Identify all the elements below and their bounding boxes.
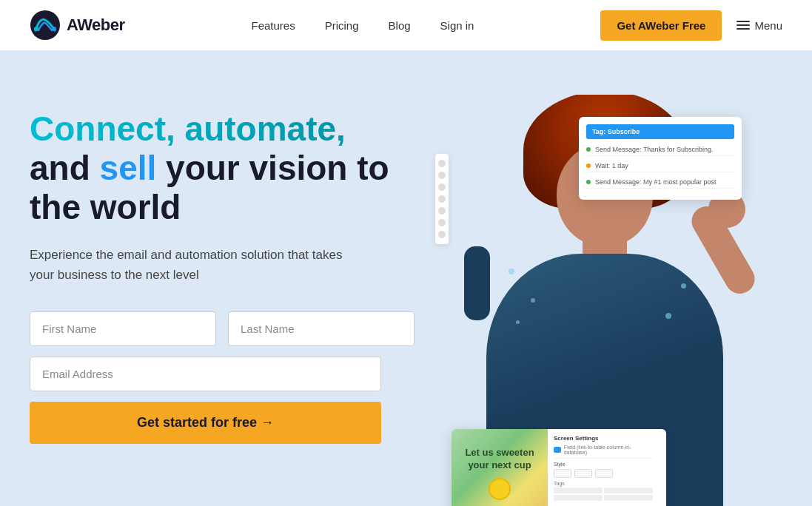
header-actions: Get AWeber Free Menu	[600, 10, 782, 41]
ui-color-blue	[554, 447, 561, 453]
svg-point-0	[30, 10, 60, 40]
ui-card-bar: Tag: Subscribe	[586, 124, 734, 139]
last-name-input[interactable]	[228, 311, 415, 346]
nav-features[interactable]: Features	[251, 19, 295, 32]
left-panel: Connect, automate, and sell your vision …	[30, 95, 415, 444]
ui-automation-card: Tag: Subscribe Send Message: Thanks for …	[579, 117, 742, 200]
ui-row-2-label: Wait: 1 day	[595, 162, 628, 169]
email-field-wrapper	[30, 357, 415, 391]
ui-email-card: Let us sweeten your next cup Screen Sett…	[452, 429, 666, 506]
hero-headline: Connect, automate, and sell your vision …	[30, 109, 415, 227]
get-started-button[interactable]: Get started for free →	[30, 402, 381, 444]
ui-dot-2	[586, 163, 591, 168]
hamburger-icon	[736, 21, 750, 30]
ui-row-3: Send Message: My #1 most popular post	[586, 176, 734, 189]
get-aweber-free-button[interactable]: Get AWeber Free	[600, 10, 722, 41]
svg-point-1	[34, 27, 38, 31]
right-panel: Tag: Subscribe Send Message: Thanks for …	[415, 95, 782, 506]
ui-row-1: Send Message: Thanks for Subscribing.	[586, 144, 734, 156]
ui-card-image: Let us sweeten your next cup	[452, 429, 548, 506]
illustration-arm-left	[464, 246, 490, 320]
aweber-logo-icon	[30, 10, 61, 41]
menu-button[interactable]: Menu	[736, 19, 782, 32]
nav-blog[interactable]: Blog	[389, 19, 411, 32]
ui-row-3-label: Send Message: My #1 most popular post	[595, 178, 717, 186]
ui-card-content: Let us sweeten your next cup Screen Sett…	[452, 429, 666, 506]
main-nav: Features Pricing Blog Sign in	[251, 19, 474, 32]
nav-signin[interactable]: Sign in	[440, 19, 474, 32]
nav-pricing[interactable]: Pricing	[325, 19, 359, 32]
email-input[interactable]	[30, 357, 381, 391]
header: AWeber Features Pricing Blog Sign in Get…	[0, 0, 812, 50]
first-name-input[interactable]	[30, 311, 216, 346]
ui-row-1-label: Send Message: Thanks for Subscribing.	[595, 146, 713, 153]
ui-card-settings: Screen Settings Field (link-to-table-col…	[548, 429, 659, 506]
menu-label: Menu	[754, 19, 782, 32]
hero-subheadline: Experience the email and automation solu…	[30, 245, 370, 285]
ui-dot-1	[586, 147, 591, 152]
ui-card-image-text: Let us sweeten your next cup	[459, 447, 540, 472]
ui-setting-row-1: Field (link-to-table-column-in-database)	[554, 445, 653, 455]
ui-settings-title: Screen Settings	[554, 435, 653, 442]
ui-sidebar-mock	[435, 154, 449, 244]
svg-point-2	[52, 27, 56, 31]
ui-card-bar-label: Tag: Subscribe	[592, 128, 640, 135]
ui-row-2: Wait: 1 day	[586, 160, 734, 172]
logo[interactable]: AWeber	[30, 10, 125, 41]
ui-dot-3	[586, 180, 591, 184]
headline-part3: the world	[30, 188, 181, 226]
main-content: Connect, automate, and sell your vision …	[0, 50, 812, 506]
name-fields-row	[30, 311, 415, 346]
headline-part1: Connect, automate,	[30, 109, 346, 148]
logo-text: AWeber	[67, 16, 125, 35]
headline-part2: and sell your vision to	[30, 149, 389, 187]
